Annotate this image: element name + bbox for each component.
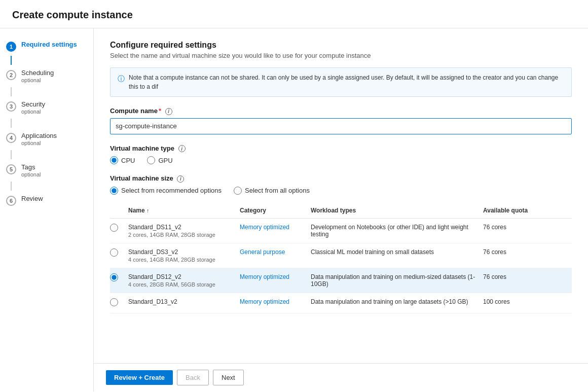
vm-size-info-icon[interactable]: i	[177, 175, 184, 183]
table-row[interactable]: Standard_DS3_v24 cores, 14GB RAM, 28GB s…	[110, 243, 572, 268]
vm-category-3[interactable]: Memory optimized	[240, 298, 289, 305]
sidebar-label-3: Security	[21, 100, 45, 108]
vm-type-radio-group: CPU GPU	[110, 156, 572, 164]
vm-spec-0: 2 cores, 14GB RAM, 28GB storage	[128, 232, 236, 238]
sidebar-label-4: Applications	[21, 132, 57, 139]
vm-type-label: Virtual machine type i	[110, 145, 572, 153]
vm-type-gpu-option[interactable]: GPU	[147, 156, 172, 164]
footer: Review + Create Back Next	[94, 363, 588, 391]
sidebar-sublabel-5: optional	[21, 171, 41, 177]
vm-spec-1: 4 cores, 14GB RAM, 28GB storage	[128, 257, 236, 263]
vm-type-cpu-option[interactable]: CPU	[110, 156, 135, 164]
step-circle-1: 1	[6, 42, 16, 52]
vm-size-label: Virtual machine size i	[110, 174, 572, 183]
vm-type-info-icon[interactable]: i	[178, 145, 186, 152]
vm-size-table: Name Category Workload types Available q…	[110, 203, 572, 313]
compute-name-label: Compute name* i	[110, 107, 572, 115]
sidebar-item-review[interactable]: 6 Review	[0, 191, 93, 210]
connector-3-4	[11, 119, 12, 128]
section-subtitle: Select the name and virtual machine size…	[110, 52, 572, 59]
vm-size-recommended-option[interactable]: Select from recommended options	[110, 187, 222, 195]
vm-type-gpu-radio[interactable]	[147, 156, 155, 164]
sidebar-item-security[interactable]: 3 Security optional	[0, 96, 93, 119]
table-row[interactable]: Standard_DS12_v24 cores, 28GB RAM, 56GB …	[110, 268, 572, 293]
sidebar-sublabel-3: optional	[21, 109, 45, 115]
vm-row-radio-2[interactable]	[110, 273, 118, 281]
connector-2-3	[11, 87, 12, 96]
sidebar-sublabel-2: optional	[21, 77, 54, 83]
vm-name-3: Standard_D13_v2	[128, 298, 236, 305]
vm-quota-0: 76 cores	[483, 218, 572, 243]
sidebar-label-1: Required settings	[21, 41, 77, 48]
vm-category-0[interactable]: Memory optimized	[240, 224, 289, 231]
review-create-button[interactable]: Review + Create	[106, 370, 173, 385]
col-header-name[interactable]: Name	[128, 203, 240, 219]
table-row[interactable]: Standard_DS11_v22 cores, 14GB RAM, 28GB …	[110, 218, 572, 243]
section-title: Configure required settings	[110, 41, 572, 50]
col-header-category: Category	[240, 203, 311, 219]
main-content: Configure required settings Select the n…	[94, 28, 588, 363]
sidebar-label-5: Tags	[21, 163, 41, 171]
vm-size-all-label: Select from all options	[245, 187, 310, 194]
vm-type-gpu-label: GPU	[158, 157, 172, 164]
vm-row-radio-1[interactable]	[110, 248, 118, 257]
compute-name-input[interactable]	[110, 118, 572, 134]
vm-row-radio-3[interactable]	[110, 298, 118, 306]
page-title: Create compute instance	[0, 0, 588, 28]
vm-size-recommended-label: Select from recommended options	[121, 187, 222, 194]
vm-type-section: Virtual machine type i CPU GPU	[110, 145, 572, 165]
vm-workload-3: Data manipulation and training on large …	[311, 293, 483, 313]
vm-workload-0: Development on Notebooks (or other IDE) …	[311, 218, 483, 243]
next-button[interactable]: Next	[213, 370, 244, 385]
info-banner: ⓘ Note that a compute instance can not b…	[110, 67, 572, 97]
table-row[interactable]: Standard_D13_v2Memory optimizedData mani…	[110, 293, 572, 313]
vm-quota-3: 100 cores	[483, 293, 572, 313]
vm-type-cpu-label: CPU	[121, 157, 135, 164]
step-circle-2: 2	[6, 70, 16, 80]
sidebar-sublabel-4: optional	[21, 140, 57, 146]
vm-quota-1: 76 cores	[483, 243, 572, 268]
vm-name-1: Standard_DS3_v2	[128, 248, 236, 256]
step-circle-5: 5	[6, 164, 16, 174]
connector-4-5	[11, 150, 12, 159]
vm-spec-2: 4 cores, 28GB RAM, 56GB storage	[128, 281, 236, 288]
step-circle-4: 4	[6, 133, 16, 143]
vm-size-all-option[interactable]: Select from all options	[234, 187, 310, 195]
vm-quota-2: 76 cores	[483, 268, 572, 293]
vm-category-1[interactable]: General purpose	[240, 248, 285, 256]
info-banner-text: Note that a compute instance can not be …	[129, 73, 564, 91]
vm-name-2: Standard_DS12_v2	[128, 273, 236, 280]
vm-category-2[interactable]: Memory optimized	[240, 273, 289, 280]
step-circle-3: 3	[6, 101, 16, 112]
connector-1-2	[11, 56, 12, 65]
sidebar-item-scheduling[interactable]: 2 Scheduling optional	[0, 65, 93, 87]
vm-row-radio-0[interactable]	[110, 224, 118, 232]
sidebar-label-6: Review	[21, 195, 43, 202]
vm-size-radio-group: Select from recommended options Select f…	[110, 187, 572, 195]
col-header-radio	[110, 203, 128, 219]
info-icon: ⓘ	[118, 74, 125, 84]
vm-workload-2: Data manipulation and training on medium…	[311, 268, 483, 293]
vm-size-section: Virtual machine size i Select from recom…	[110, 174, 572, 195]
sidebar-item-applications[interactable]: 4 Applications optional	[0, 128, 93, 150]
vm-size-recommended-radio[interactable]	[110, 187, 118, 195]
sidebar-item-required-settings[interactable]: 1 Required settings	[0, 37, 93, 56]
col-header-workload: Workload types	[311, 203, 483, 219]
vm-size-all-radio[interactable]	[234, 187, 242, 195]
vm-workload-1: Classical ML model training on small dat…	[311, 243, 483, 268]
compute-name-info-icon[interactable]: i	[165, 108, 172, 115]
back-button[interactable]: Back	[177, 370, 209, 385]
step-circle-6: 6	[6, 196, 16, 206]
required-star: *	[159, 107, 161, 115]
col-header-quota: Available quota	[483, 203, 572, 219]
connector-5-6	[11, 182, 12, 191]
sidebar: 1 Required settings 2 Scheduling optiona…	[0, 28, 94, 391]
sidebar-item-tags[interactable]: 5 Tags optional	[0, 159, 93, 182]
vm-type-cpu-radio[interactable]	[110, 156, 118, 164]
sidebar-label-2: Scheduling	[21, 69, 54, 77]
vm-name-0: Standard_DS11_v2	[128, 224, 236, 231]
